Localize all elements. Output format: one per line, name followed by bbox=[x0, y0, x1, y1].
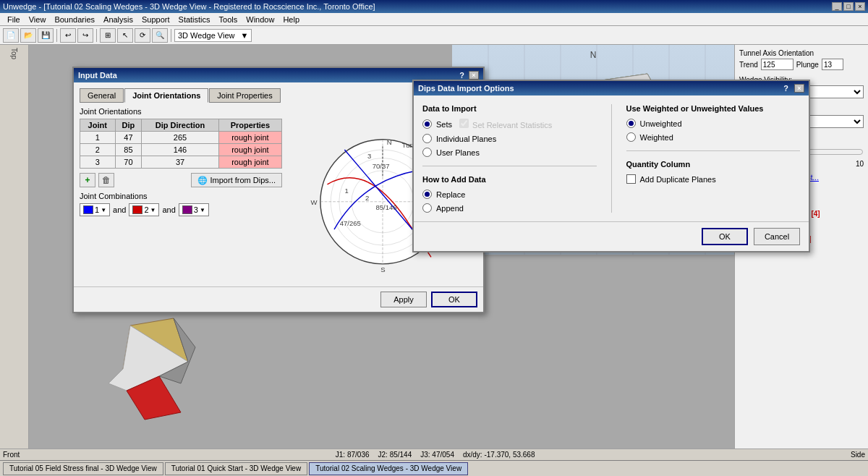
data-to-import-label: Data to Import bbox=[422, 104, 597, 113]
svg-text:2: 2 bbox=[365, 194, 369, 202]
taskbar-item-2[interactable]: Tutorial 01 Quick Start - 3D Wedge View bbox=[165, 462, 307, 475]
svg-text:N: N bbox=[590, 50, 597, 60]
joints-table: Joint Dip Dip Direction Properties 1 47 bbox=[80, 119, 282, 169]
add-joint-btn[interactable]: + bbox=[80, 173, 95, 187]
menu-view[interactable]: View bbox=[25, 15, 51, 24]
dips-help-btn[interactable]: ? bbox=[780, 84, 791, 93]
option-individual[interactable]: Individual Planes bbox=[422, 134, 597, 143]
window-controls: _ □ × bbox=[832, 2, 865, 11]
and-label2: and bbox=[162, 205, 175, 214]
import-from-dips-btn[interactable]: 🌐 Import from Dips... bbox=[191, 173, 282, 187]
joint3-arrow-icon: ▼ bbox=[200, 207, 205, 213]
option-append[interactable]: Append bbox=[422, 203, 597, 213]
col-properties: Properties bbox=[218, 119, 281, 132]
weighted-options: Unweighted Weighted bbox=[626, 119, 801, 142]
coords3: J3: 47/054 bbox=[420, 451, 454, 459]
dips-dialog-titlebar: Dips Data Import Options ? × bbox=[414, 81, 809, 95]
status-coords: J1: 87/036 J2: 85/144 J3: 47/054 dx/dy: … bbox=[336, 451, 535, 459]
add-duplicate-checkbox[interactable] bbox=[626, 174, 636, 184]
menu-tools[interactable]: Tools bbox=[215, 15, 242, 24]
replace-radio[interactable] bbox=[422, 190, 432, 199]
option-unweighted[interactable]: Unweighted bbox=[626, 119, 801, 128]
option-replace[interactable]: Replace bbox=[422, 190, 597, 199]
menu-analysis[interactable]: Analysis bbox=[99, 15, 137, 24]
open-btn[interactable]: 📂 bbox=[20, 28, 36, 43]
individual-radio[interactable] bbox=[422, 134, 432, 143]
menu-window[interactable]: Window bbox=[242, 15, 278, 24]
input-data-title: Input Data bbox=[78, 71, 117, 80]
select-btn[interactable]: ↖ bbox=[117, 28, 133, 43]
joint1-combo[interactable]: 1 ▼ bbox=[80, 203, 110, 216]
user-radio[interactable] bbox=[422, 148, 432, 157]
grid-btn[interactable]: ⊞ bbox=[100, 28, 116, 43]
sets-label: Sets bbox=[436, 120, 452, 129]
joint-dir: 146 bbox=[142, 144, 219, 156]
option-user[interactable]: User Planes bbox=[422, 148, 597, 157]
tab-joint-properties[interactable]: Joint Properties bbox=[209, 88, 280, 103]
tab-general[interactable]: General bbox=[80, 88, 124, 103]
option-sets[interactable]: Sets Set Relevant Statistics bbox=[422, 119, 597, 129]
undo-btn[interactable]: ↩ bbox=[60, 28, 76, 43]
menu-statistics[interactable]: Statistics bbox=[174, 15, 215, 24]
set-relevant-checkbox[interactable] bbox=[459, 119, 469, 128]
append-label: Append bbox=[436, 204, 464, 213]
taskbar-item-1[interactable]: Tutorial 05 Field Stress final - 3D Wedg… bbox=[3, 462, 163, 475]
joint3-color bbox=[182, 205, 192, 214]
taskbar-item-3[interactable]: Tutorial 02 Scaling Wedges - 3D Wedge Vi… bbox=[309, 462, 468, 475]
menu-boundaries[interactable]: Boundaries bbox=[50, 15, 99, 24]
redo-btn[interactable]: ↪ bbox=[77, 28, 93, 43]
sep3 bbox=[171, 29, 171, 42]
replace-label: Replace bbox=[436, 190, 465, 199]
save-btn[interactable]: 💾 bbox=[38, 28, 54, 43]
menu-support[interactable]: Support bbox=[137, 15, 174, 24]
svg-text:W: W bbox=[311, 198, 318, 206]
joint2-combo[interactable]: 2 ▼ bbox=[129, 203, 159, 216]
plunge-input[interactable] bbox=[822, 59, 843, 70]
minimize-btn[interactable]: _ bbox=[832, 2, 842, 11]
joint1-val: 1 bbox=[95, 205, 99, 214]
joint2-arrow-icon: ▼ bbox=[150, 207, 156, 213]
add-duplicate-option[interactable]: Add Duplicate Planes bbox=[626, 174, 801, 184]
dips-dialog: Dips Data Import Options ? × Data to Imp… bbox=[412, 80, 810, 252]
option-weighted[interactable]: Weighted bbox=[626, 132, 801, 142]
apply-btn[interactable]: Apply bbox=[380, 292, 427, 307]
table-toolbar: + 🗑 🌐 Import from Dips... bbox=[80, 173, 282, 187]
svg-text:47/265: 47/265 bbox=[340, 219, 361, 227]
trend-input[interactable] bbox=[761, 59, 793, 70]
table-row[interactable]: 2 85 146 rough joint bbox=[80, 144, 282, 156]
dips-close-btn[interactable]: × bbox=[794, 84, 804, 93]
ok-btn[interactable]: OK bbox=[431, 292, 477, 307]
maximize-btn[interactable]: □ bbox=[843, 2, 854, 11]
table-area: Joint Dip Dip Direction Properties 1 47 bbox=[80, 119, 282, 278]
sets-radio[interactable] bbox=[422, 119, 432, 129]
dips-right-col: Use Weighted or Unweighted Values Unweig… bbox=[626, 104, 801, 213]
coords1: J1: 87/036 bbox=[336, 451, 370, 459]
joint-props: rough joint bbox=[218, 132, 281, 144]
menu-file[interactable]: File bbox=[3, 15, 25, 24]
table-row[interactable]: 3 70 37 rough joint bbox=[80, 156, 282, 169]
joint-dir: 265 bbox=[142, 132, 219, 144]
append-radio[interactable] bbox=[422, 203, 432, 213]
unweighted-radio[interactable] bbox=[626, 119, 636, 128]
dips-ok-btn[interactable]: OK bbox=[702, 228, 748, 245]
add-options: Replace Append bbox=[422, 190, 597, 213]
delete-joint-btn[interactable]: 🗑 bbox=[98, 173, 114, 187]
toolbar: 📄 📂 💾 ↩ ↪ ⊞ ↖ ⟳ 🔍 3D Wedge View ▼ bbox=[0, 26, 868, 45]
joint-combinations: 1 ▼ and 2 ▼ and bbox=[80, 203, 282, 216]
rotate-btn[interactable]: ⟳ bbox=[135, 28, 150, 43]
tab-joint-orientations[interactable]: Joint Orientations bbox=[124, 88, 208, 103]
view-dropdown[interactable]: 3D Wedge View ▼ bbox=[174, 29, 252, 42]
status-side: Side bbox=[851, 451, 865, 459]
joint3-combo[interactable]: 3 ▼ bbox=[179, 203, 209, 216]
table-row[interactable]: 1 47 265 rough joint bbox=[80, 132, 282, 144]
weighted-radio[interactable] bbox=[626, 132, 636, 142]
section-divider1 bbox=[422, 166, 597, 166]
how-to-add-label: How to Add Data bbox=[422, 175, 597, 184]
menu-help[interactable]: Help bbox=[278, 15, 304, 24]
input-data-help-btn[interactable]: ? bbox=[456, 71, 467, 80]
close-btn[interactable]: × bbox=[855, 2, 865, 11]
new-btn[interactable]: 📄 bbox=[3, 28, 19, 43]
dips-cancel-btn[interactable]: Cancel bbox=[754, 228, 800, 245]
input-data-close-btn[interactable]: × bbox=[469, 71, 479, 80]
zoom-btn[interactable]: 🔍 bbox=[152, 28, 168, 43]
